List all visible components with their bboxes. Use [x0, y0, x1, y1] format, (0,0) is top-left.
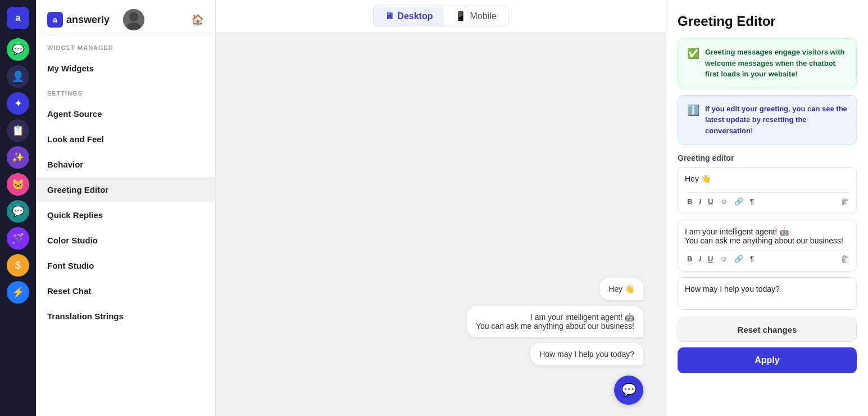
paragraph-button-1[interactable]: ¶: [748, 196, 756, 207]
chat-preview-area: Hey 👋 I am your intelligent agent! 🤖 You…: [216, 33, 666, 416]
sidebar-item-look-and-feel[interactable]: Look and Feel: [36, 126, 215, 152]
reset-changes-button[interactable]: Reset changes: [678, 318, 857, 342]
sidebar-item-font-studio[interactable]: Font Studio: [36, 253, 215, 278]
magic-icon[interactable]: ✨: [7, 146, 29, 169]
chat-widget-icon: 💬: [621, 383, 637, 397]
check-circle-icon: ✅: [687, 47, 699, 60]
emoji-button-1[interactable]: ☺: [717, 196, 729, 207]
app-name: answerly: [66, 14, 110, 26]
sidebar-item-translation-strings[interactable]: Translation Strings: [36, 304, 215, 329]
home-icon[interactable]: 🏠: [192, 13, 204, 26]
whatsapp-icon[interactable]: 💬: [7, 38, 29, 61]
greeting-editor-label: Greeting editor: [678, 153, 857, 162]
dollar-icon[interactable]: $: [7, 254, 29, 277]
editor-box-2: I am your intelligent agent! 🤖 You can a…: [678, 220, 857, 272]
link-button-1[interactable]: 🔗: [732, 196, 746, 207]
info-green-text: Greeting messages engage visitors with w…: [705, 47, 847, 80]
main-content: 🖥 Desktop 📱 Mobile Hey 👋 I am your intel…: [216, 0, 666, 416]
bold-button-1[interactable]: B: [685, 196, 694, 207]
profile-icon[interactable]: 👤: [7, 65, 29, 88]
doc-icon[interactable]: 📋: [7, 119, 29, 142]
apply-button[interactable]: Apply: [678, 347, 857, 373]
italic-button-2[interactable]: I: [697, 254, 703, 264]
mobile-tab[interactable]: 📱 Mobile: [444, 6, 507, 26]
editor-toolbar-2: B I U ☺ 🔗 ¶ 🗑: [685, 250, 849, 264]
sidebar-header: a answerly 🏠: [36, 0, 215, 35]
sidebar-item-greeting-editor[interactable]: Greeting Editor: [36, 177, 215, 202]
bold-button-2[interactable]: B: [685, 254, 694, 264]
sidebar-item-agent-source[interactable]: Agent Source: [36, 101, 215, 126]
wand-icon[interactable]: 🪄: [7, 227, 29, 250]
desktop-icon: 🖥: [385, 11, 394, 21]
answerly-logo: a answerly: [47, 12, 110, 28]
chat-icon[interactable]: 💬: [7, 200, 29, 223]
editor-text-1[interactable]: Hey 👋: [685, 174, 849, 188]
right-panel: Greeting Editor ✅ Greeting messages enga…: [666, 0, 868, 416]
chat-bubble-3: How may I help you today?: [530, 343, 643, 365]
info-blue-text: If you edit your greeting, you can see t…: [705, 103, 847, 137]
star-icon[interactable]: ✦: [7, 92, 29, 115]
link-button-2[interactable]: 🔗: [732, 254, 746, 264]
underline-button-2[interactable]: U: [706, 254, 715, 264]
editor-toolbar-left-2: B I U ☺ 🔗 ¶: [685, 254, 756, 264]
editor-box-3: How may I help you today?: [678, 277, 857, 310]
app-logo-icon[interactable]: a: [7, 7, 29, 29]
view-toggle: 🖥 Desktop 📱 Mobile: [373, 6, 508, 26]
editor-box-1: Hey 👋 B I U ☺ 🔗 ¶ 🗑: [678, 167, 857, 214]
sidebar-item-color-studio[interactable]: Color Studio: [36, 228, 215, 253]
mobile-icon: 📱: [455, 11, 466, 21]
info-box-green: ✅ Greeting messages engage visitors with…: [678, 38, 857, 88]
icon-bar: a 💬 👤 ✦ 📋 ✨ 🐱 💬 🪄 $ ⚡: [0, 0, 36, 416]
section-settings-label: SETTINGS: [36, 81, 215, 101]
trash-icon-1[interactable]: 🗑: [840, 197, 849, 207]
paragraph-button-2[interactable]: ¶: [748, 254, 756, 264]
editor-toolbar-1: B I U ☺ 🔗 ¶ 🗑: [685, 192, 849, 207]
underline-button-1[interactable]: U: [706, 196, 715, 207]
sidebar-item-my-widgets[interactable]: My Widgets: [36, 56, 215, 81]
editor-text-2[interactable]: I am your intelligent agent! 🤖 You can a…: [685, 227, 849, 245]
logo-box-icon: a: [47, 12, 63, 28]
cat-icon[interactable]: 🐱: [7, 173, 29, 196]
chat-widget: Hey 👋 I am your intelligent agent! 🤖 You…: [430, 278, 643, 405]
top-bar: 🖥 Desktop 📱 Mobile: [216, 0, 666, 33]
desktop-tab[interactable]: 🖥 Desktop: [374, 6, 444, 26]
italic-button-1[interactable]: I: [697, 196, 703, 207]
chat-bubble-2: I am your intelligent agent! 🤖 You can a…: [467, 306, 643, 337]
chat-widget-button[interactable]: 💬: [614, 376, 643, 405]
avatar: [123, 9, 144, 30]
badge-icon[interactable]: ⚡: [7, 281, 29, 304]
section-widget-manager-label: WIDGET MANAGER: [36, 35, 215, 56]
emoji-button-2[interactable]: ☺: [717, 254, 729, 264]
svg-point-1: [129, 12, 138, 21]
editor-text-3[interactable]: How may I help you today?: [685, 284, 849, 298]
info-circle-icon: ℹ️: [687, 104, 699, 116]
sidebar: a answerly 🏠 WIDGET MANAGER My Widgets S…: [36, 0, 216, 416]
sidebar-item-reset-chat[interactable]: Reset Chat: [36, 278, 215, 304]
trash-icon-2[interactable]: 🗑: [840, 254, 849, 264]
sidebar-item-behavior[interactable]: Behavior: [36, 152, 215, 177]
chat-bubble-1: Hey 👋: [599, 278, 643, 300]
info-box-blue: ℹ️ If you edit your greeting, you can se…: [678, 95, 857, 145]
panel-title: Greeting Editor: [678, 13, 857, 29]
sidebar-item-quick-replies[interactable]: Quick Replies: [36, 202, 215, 228]
editor-toolbar-left-1: B I U ☺ 🔗 ¶: [685, 196, 756, 207]
